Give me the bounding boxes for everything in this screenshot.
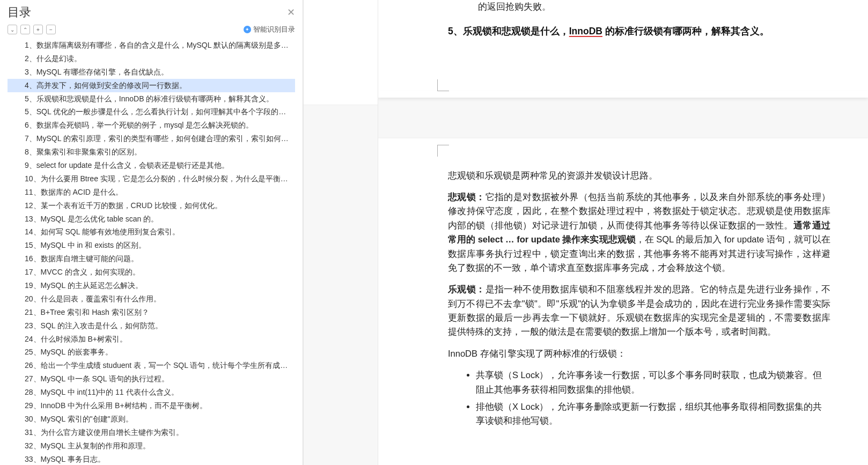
toc-item[interactable]: 26、给出一个学生成绩 studuent 表，写一个 SQL 语句，统计每个学生… [8, 359, 295, 372]
minus-icon[interactable]: − [46, 25, 56, 34]
toc-item[interactable]: 13、MySQL 是怎么优化 table scan 的。 [8, 212, 295, 226]
toc-icon-group: ⌄ ⌃ + − [8, 25, 56, 34]
toc-item[interactable]: 29、InnoDB 中为什么采用 B+树结构，而不是平衡树。 [8, 399, 295, 412]
toc-item[interactable]: 8、聚集索引和非聚集索引的区别。 [8, 145, 295, 159]
toc-title: 目录 [8, 4, 31, 20]
innodb-intro: InnoDB 存储引擎实现了两种标准的行级锁： [448, 346, 830, 360]
toc-item[interactable]: 7、MySQL 的索引原理，索引的类型有哪些，如何创建合理的索引，索引如何优化。 [8, 132, 295, 145]
toc-item[interactable]: 5、SQL 优化的一般步骤是什么，怎么看执行计划，如何理解其中各个字段的含义。 [8, 105, 295, 119]
toc-item[interactable]: 5、乐观锁和悲观锁是什么，InnoDB 的标准行级锁有哪两种，解释其含义。 [8, 92, 295, 106]
intro-paragraph: 悲观锁和乐观锁是两种常见的资源并发锁设计思路。 [448, 168, 830, 182]
margin-gap [303, 0, 378, 465]
page-fragment-top: 的返回抢购失败。 5、乐观锁和悲观锁是什么，InnoDB 的标准行级锁有哪两种，… [378, 0, 868, 91]
toc-item[interactable]: 12、某一个表有近千万的数据，CRUD 比较慢，如何优化。 [8, 199, 295, 212]
toc-item[interactable]: 30、MySQL 索引的"创建"原则。 [8, 412, 295, 426]
toc-item[interactable]: 16、数据库自增主键可能的问题。 [8, 252, 295, 265]
toc-item[interactable]: 4、高并发下，如何做到安全的修改同一行数据。 [8, 79, 295, 92]
optimistic-body: 是指一种不使用数据库锁和不阻塞线程并发的思路。它的特点是先进行业务操作，不到万不… [448, 284, 830, 336]
optimistic-label: 乐观锁： [448, 284, 486, 294]
heading-underlined: InnoDB [569, 26, 602, 36]
optimistic-paragraph: 乐观锁：是指一种不使用数据库锁和不阻塞线程并发的思路。它的特点是先进行业务操作，… [448, 282, 830, 339]
toc-item[interactable]: 14、如何写 SQL 能够有效地使用到复合索引。 [8, 225, 295, 239]
expand-up-icon[interactable]: ⌃ [20, 25, 30, 34]
toc-item[interactable]: 28、MySQL 中 int(11)中的 11 代表什么含义。 [8, 386, 295, 399]
toc-item[interactable]: 21、B+Tree 索引和 Hash 索引区别？ [8, 306, 295, 319]
toc-item[interactable]: 11、数据库的 ACID 是什么。 [8, 186, 295, 199]
toc-item[interactable]: 17、MVCC 的含义，如何实现的。 [8, 265, 295, 279]
smart-toc-text: 智能识别目录 [253, 25, 295, 34]
toc-item[interactable]: 27、MySQL 中一条 SQL 语句的执行过程。 [8, 372, 295, 386]
page-fragment-bottom: 悲观锁和乐观锁是两种常见的资源并发锁设计思路。 悲观锁：它指的是对数据被外界（包… [378, 145, 868, 465]
smart-toc-label[interactable]: ✦ 智能识别目录 [244, 25, 295, 34]
list-item: 共享锁（S Lock），允许事务读一行数据，可以多个事务同时获取，也成为锁兼容。… [476, 368, 830, 396]
toc-item[interactable]: 20、什么是回表，覆盖索引有什么作用。 [8, 292, 295, 306]
close-icon[interactable]: ✕ [287, 6, 295, 18]
toc-item[interactable]: 24、什么时候添加 B+树索引。 [8, 333, 295, 346]
toc-item[interactable]: 1、数据库隔离级别有哪些，各自的含义是什么，MySQL 默认的隔离级别是多少。 [8, 39, 295, 52]
toc-item[interactable]: 25、MySQL 的嵌套事务。 [8, 345, 295, 359]
heading-suffix: 的标准行级锁有哪两种，解释其含义。 [602, 26, 769, 36]
toc-toolbar: ⌄ ⌃ + − ✦ 智能识别目录 [0, 23, 303, 39]
smart-dot-icon: ✦ [244, 26, 251, 33]
toc-item[interactable]: 10、为什么要用 Btree 实现，它是怎么分裂的，什么时候分裂，为什么是平衡的… [8, 172, 295, 186]
toc-item[interactable]: 15、MySQL 中 in 和 exists 的区别。 [8, 239, 295, 252]
heading-prefix: 5、乐观锁和悲观锁是什么， [448, 26, 569, 36]
fragment-tail-text: 的返回抢购失败。 [448, 0, 830, 14]
list-item: 排他锁（X Lock），允许事务删除或更新一行数据，组织其他事务取得相同数据集的… [476, 400, 830, 428]
toc-item[interactable]: 3、MySQL 有哪些存储引擎，各自优缺点。 [8, 65, 295, 79]
toc-header: 目录 ✕ [0, 0, 303, 23]
collapse-down-icon[interactable]: ⌄ [8, 25, 17, 34]
toc-item[interactable]: 9、select for update 是什么含义，会锁表还是锁行还是其他。 [8, 159, 295, 172]
pessimistic-body-a: 它指的是对数据被外界（包括当前系统的其他事务，以及来自外部系统的事务处理）修改持… [448, 192, 830, 230]
toc-item[interactable]: 32、MySQL 主从复制的作用和原理。 [8, 439, 295, 453]
toc-list[interactable]: 1、数据库隔离级别有哪些，各自的含义是什么，MySQL 默认的隔离级别是多少。2… [0, 39, 303, 465]
plus-icon[interactable]: + [33, 25, 43, 34]
toc-panel: 目录 ✕ ⌄ ⌃ + − ✦ 智能识别目录 1、数据库隔离级别有哪些，各自的含义… [0, 0, 303, 465]
toc-item[interactable]: 33、MySQL 事务日志。 [8, 453, 295, 465]
toc-item[interactable]: 6、数据库会死锁吗，举一个死锁的例子，mysql 是怎么解决死锁的。 [8, 119, 295, 132]
section-heading: 5、乐观锁和悲观锁是什么，InnoDB 的标准行级锁有哪两种，解释其含义。 [448, 24, 830, 39]
pessimistic-label: 悲观锁： [448, 192, 486, 202]
lock-types-list: 共享锁（S Lock），允许事务读一行数据，可以多个事务同时获取，也成为锁兼容。… [476, 368, 830, 428]
toc-item[interactable]: 2、什么是幻读。 [8, 52, 295, 65]
toc-item[interactable]: 31、为什么官方建议使用自增长主键作为索引。 [8, 426, 295, 439]
toc-item[interactable]: 23、SQL 的注入攻击是什么，如何防范。 [8, 319, 295, 333]
toc-item[interactable]: 19、MySQL 的主从延迟怎么解决。 [8, 279, 295, 292]
document-content: 的返回抢购失败。 5、乐观锁和悲观锁是什么，InnoDB 的标准行级锁有哪两种，… [378, 0, 868, 465]
pessimistic-paragraph: 悲观锁：它指的是对数据被外界（包括当前系统的其他事务，以及来自外部系统的事务处理… [448, 190, 830, 275]
page-break [378, 91, 868, 145]
